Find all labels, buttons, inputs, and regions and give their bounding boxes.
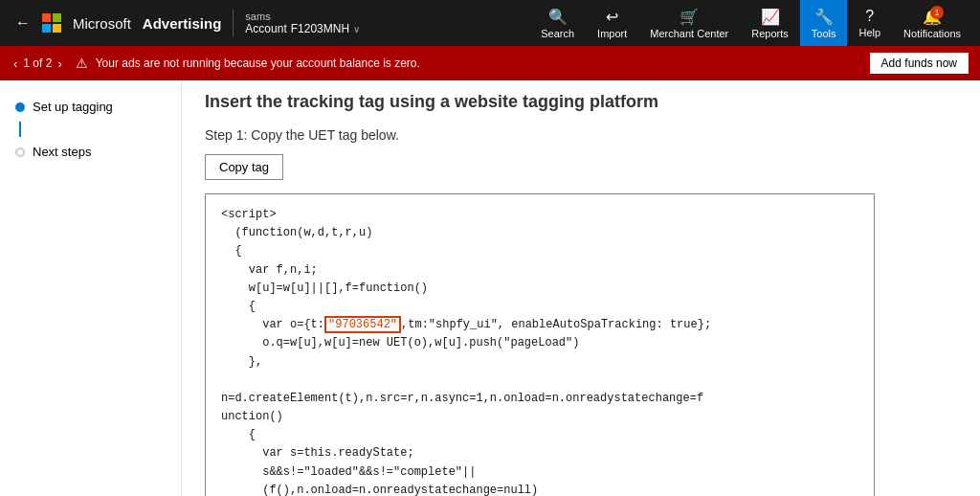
code-line xyxy=(221,372,858,390)
copy-tag-button[interactable]: Copy tag xyxy=(205,154,283,180)
account-label: Account xyxy=(245,22,286,35)
main-layout: Set up tagging Next steps Insert the tra… xyxy=(0,80,980,496)
add-funds-button[interactable]: Add funds now xyxy=(870,53,969,74)
code-line: (function(w,d,t,r,u) xyxy=(221,224,858,242)
back-button[interactable]: ← xyxy=(8,14,38,32)
code-line-highlight: var o={t:"97036542",tm:"shpfy_ui", enabl… xyxy=(221,316,858,334)
notifications-button[interactable]: 🔔 1 Notifications xyxy=(892,0,972,46)
sidebar-item-set-up-tagging[interactable]: Set up tagging xyxy=(0,92,181,122)
username: sams xyxy=(245,11,360,22)
help-label: Help xyxy=(858,27,880,38)
ms-grid-icon xyxy=(42,13,61,33)
warning-nav: ‹ 1 of 2 › xyxy=(11,56,64,71)
code-line: <script> xyxy=(221,206,858,224)
tools-icon: 🔧 xyxy=(814,8,834,26)
code-line: n=d.createElement(t),n.src=r,n.async=1,n… xyxy=(221,390,858,408)
reports-button[interactable]: 📈 Reports xyxy=(740,0,800,46)
page-title: Insert the tracking tag using a website … xyxy=(205,92,957,112)
sidebar-item-next-steps[interactable]: Next steps xyxy=(0,137,181,167)
import-button[interactable]: ↩ Import xyxy=(586,0,638,46)
nav-divider xyxy=(233,10,234,36)
merchant-icon: 🛒 xyxy=(679,8,699,26)
code-line: { xyxy=(221,426,858,444)
code-line: w[u]=w[u]||[],f=function() xyxy=(221,280,858,298)
code-line: { xyxy=(221,298,858,316)
nav-actions: 🔍 Search ↩ Import 🛒 Merchant Center 📈 Re… xyxy=(529,0,972,46)
sidebar-dot-filled xyxy=(15,102,25,112)
account-row[interactable]: Account F1203MNH ∨ xyxy=(245,22,360,35)
reports-icon: 📈 xyxy=(761,8,780,26)
warning-prev-button[interactable]: ‹ xyxy=(11,56,19,71)
warning-next-button[interactable]: › xyxy=(56,56,63,71)
warning-bar: ‹ 1 of 2 › ⚠ Your ads are not running be… xyxy=(0,46,980,80)
account-id: F1203MNH xyxy=(291,22,349,35)
tools-label: Tools xyxy=(812,28,836,39)
import-icon: ↩ xyxy=(606,8,618,26)
sidebar-label-set-up-tagging: Set up tagging xyxy=(33,100,113,114)
help-icon: ? xyxy=(865,8,874,25)
notifications-label: Notifications xyxy=(903,28,961,39)
search-icon: 🔍 xyxy=(548,8,568,26)
warning-counter: 1 of 2 xyxy=(23,56,52,70)
merchant-label: Merchant Center xyxy=(650,28,728,39)
merchant-center-button[interactable]: 🛒 Merchant Center xyxy=(638,0,740,46)
reports-label: Reports xyxy=(751,28,789,39)
code-line: o.q=w[u],w[u]=new UET(o),w[u].push("page… xyxy=(221,334,858,352)
tools-button[interactable]: 🔧 Tools xyxy=(800,0,848,46)
notification-icon-wrap: 🔔 1 xyxy=(923,8,942,26)
step-label: Step 1: Copy the UET tag below. xyxy=(205,127,957,143)
code-line: (f(),n.onload=n.onreadystatechange=null) xyxy=(221,482,858,496)
highlighted-value: "97036542" xyxy=(324,316,401,333)
code-line: var f,n,i; xyxy=(221,261,858,280)
search-label: Search xyxy=(541,28,574,39)
sidebar-line xyxy=(19,122,21,137)
account-chevron-icon: ∨ xyxy=(353,24,360,34)
code-line: { xyxy=(221,242,858,260)
code-line: }, xyxy=(221,353,858,372)
brand-microsoft: Microsoft xyxy=(73,15,131,32)
help-button[interactable]: ? Help xyxy=(847,0,892,46)
warning-icon: ⚠ xyxy=(76,56,88,71)
warning-message: Your ads are not running because your ac… xyxy=(96,56,862,70)
brand-advertising: Advertising xyxy=(143,15,222,32)
sidebar-label-next-steps: Next steps xyxy=(33,145,91,159)
code-line: unction() xyxy=(221,408,858,426)
code-line: s&&s!="loaded"&&s!="complete"|| xyxy=(221,463,858,482)
code-line: var s=this.readyState; xyxy=(221,444,858,462)
search-nav-button[interactable]: 🔍 Search xyxy=(529,0,586,46)
account-info: sams Account F1203MNH ∨ xyxy=(245,11,360,35)
top-nav: ← Microsoft Advertising sams Account F12… xyxy=(0,0,980,46)
main-content: Insert the tracking tag using a website … xyxy=(182,80,980,496)
import-label: Import xyxy=(597,28,627,39)
ms-logo: Microsoft Advertising xyxy=(42,13,221,33)
sidebar: Set up tagging Next steps xyxy=(0,80,182,496)
code-box: <script> (function(w,d,t,r,u) { var f,n,… xyxy=(205,193,875,496)
notification-badge: 1 xyxy=(930,6,944,19)
sidebar-dot-empty xyxy=(15,147,25,157)
